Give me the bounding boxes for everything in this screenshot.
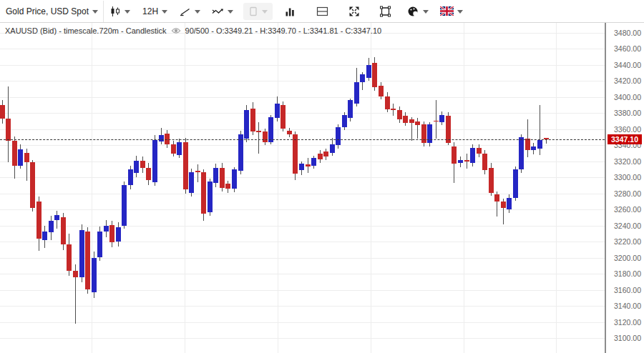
candle-body: [134, 161, 139, 173]
candle-body: [379, 86, 384, 96]
candle-body: [366, 65, 371, 78]
candle-body: [415, 121, 420, 126]
chevron-down-icon: [457, 10, 463, 14]
candle-body: [385, 96, 390, 109]
candle-body: [348, 100, 353, 118]
price-tick-label: 3220.00: [614, 237, 641, 246]
price-tick-label: 3420.00: [614, 76, 641, 85]
current-price-line: [0, 139, 605, 140]
price-tick-label: 3440.00: [614, 61, 641, 69]
chevron-down-icon: [195, 10, 200, 14]
h-gridline: [0, 161, 605, 162]
candle-body: [18, 149, 23, 165]
v-gridline: [278, 23, 278, 353]
chart-pane: XAUUSD (Bid) - timescale.720m - Candlest…: [0, 23, 644, 353]
h-gridline: [0, 65, 605, 66]
price-tick-label: 3400.00: [614, 93, 641, 101]
toolbar: Gold Price, USD Spot 12H: [0, 0, 644, 23]
candle-body: [494, 194, 499, 202]
candle-body: [256, 131, 261, 132]
fullscreen-frame-icon: [379, 6, 391, 17]
candle-body: [525, 139, 530, 150]
volume-bars-icon: [284, 6, 296, 17]
candle-body: [439, 115, 444, 122]
candle-body: [458, 160, 463, 163]
layout-grid-icon: [316, 6, 328, 17]
trading-app: { "toolbar": { "symbol_label": "Gold Pri…: [0, 0, 644, 353]
candle-body: [513, 169, 518, 197]
price-axis[interactable]: 3347.10 3480.003460.003440.003420.003400…: [605, 23, 644, 353]
indicator-zigzag-icon: [212, 6, 224, 17]
chevron-down-icon: [228, 10, 233, 14]
candle-body: [311, 158, 316, 165]
candle-wick: [436, 100, 436, 139]
candle-body: [446, 116, 451, 143]
candle-body: [85, 232, 90, 289]
timeframe-label: 12H: [142, 6, 158, 16]
template-sheet-icon: [248, 6, 258, 17]
candle-body: [306, 164, 311, 166]
toolbar-separator: [103, 1, 104, 22]
candle-body: [287, 131, 292, 134]
timeframe-selector[interactable]: 12H: [139, 0, 171, 22]
price-tick-label: 3260.00: [614, 205, 641, 214]
templates-button-disabled: [243, 3, 273, 20]
candle-body: [263, 131, 268, 142]
price-tick-label: 3320.00: [614, 157, 641, 166]
candle-body: [128, 169, 133, 184]
price-tick-label: 3100.00: [614, 334, 641, 342]
h-gridline: [0, 129, 605, 130]
price-tick-label: 3380.00: [614, 109, 641, 117]
volume-toggle-button[interactable]: [280, 0, 299, 22]
candle-body: [434, 121, 439, 122]
candle-body: [336, 127, 341, 146]
candle-body: [397, 110, 402, 119]
candle-wick: [258, 122, 259, 154]
expand-chart-button[interactable]: [345, 0, 364, 22]
candle-body: [152, 140, 157, 183]
theme-palette-button[interactable]: [404, 0, 432, 22]
price-tick-label: 3120.00: [614, 318, 641, 327]
candle-body: [354, 82, 359, 104]
price-tick-label: 3140.00: [614, 302, 641, 310]
chart-canvas[interactable]: [0, 23, 605, 353]
h-gridline: [0, 209, 605, 210]
candle-body: [244, 110, 249, 139]
price-tick-label: 3280.00: [614, 189, 641, 198]
layout-grid-button[interactable]: [313, 0, 332, 22]
h-gridline: [0, 226, 605, 227]
price-tick-label: 3180.00: [614, 269, 641, 278]
candle-wick: [197, 164, 198, 182]
candle-body: [232, 169, 237, 189]
candle-body: [330, 144, 335, 152]
chart-type-button[interactable]: [107, 0, 134, 22]
candle-body: [220, 168, 225, 188]
candle-body: [30, 162, 35, 208]
indicators-button[interactable]: [208, 0, 237, 22]
candle-body: [464, 160, 469, 161]
candle-body: [42, 232, 47, 240]
chevron-down-icon: [162, 10, 167, 14]
expand-arrows-icon: [348, 6, 360, 17]
candle-body: [470, 148, 475, 163]
candle-body: [195, 171, 200, 172]
language-selector[interactable]: [436, 0, 467, 22]
candle-body: [275, 104, 280, 118]
symbol-selector[interactable]: Gold Price, USD Spot: [0, 0, 102, 22]
chart-legend: XAUUSD (Bid) - timescale.720m - Candlest…: [5, 26, 381, 35]
fullscreen-button[interactable]: [376, 0, 395, 22]
candle-body: [477, 148, 482, 154]
candle-body: [73, 271, 78, 277]
candle-body: [201, 172, 206, 214]
candle-body: [482, 154, 487, 171]
price-tick-label: 3160.00: [614, 286, 641, 294]
candle-body: [409, 119, 414, 122]
palette-icon: [407, 6, 419, 17]
candle-body: [6, 119, 11, 140]
eye-icon[interactable]: [171, 27, 181, 34]
candle-body: [49, 221, 54, 232]
candle-body: [189, 172, 194, 193]
drawing-tools-button[interactable]: [176, 0, 204, 22]
candle-body: [391, 109, 396, 110]
candle-body: [177, 142, 182, 155]
